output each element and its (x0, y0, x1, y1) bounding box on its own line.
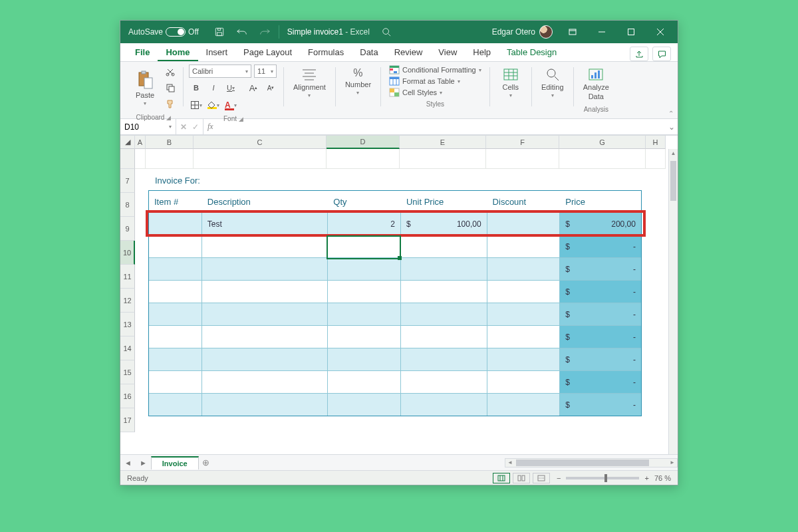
row-header-13[interactable]: 13 (120, 313, 135, 336)
spreadsheet-grid[interactable]: ◢ A B C D E F G H 7 8 9 10 11 12 13 14 1… (120, 135, 678, 454)
autosave-toggle[interactable]: AutoSave Off (128, 27, 199, 37)
row-header-10[interactable]: 10 (120, 241, 135, 265)
tab-formulas[interactable]: Formulas (300, 43, 352, 61)
table-row[interactable]: $- (149, 325, 641, 348)
borders-button[interactable]: ▾ (189, 98, 203, 112)
table-row[interactable]: $- (149, 303, 641, 325)
table-row[interactable]: $- (149, 235, 641, 257)
undo-button[interactable] (231, 21, 253, 43)
col-header-h[interactable]: H (646, 136, 666, 149)
expand-formula-bar-button[interactable]: ⌄ (666, 122, 678, 132)
font-launcher-icon[interactable]: ◢ (239, 116, 243, 122)
row-header-12[interactable]: 12 (120, 289, 135, 313)
tab-insert[interactable]: Insert (198, 43, 236, 61)
tab-file[interactable]: File (127, 43, 158, 61)
cell-description[interactable]: Test (202, 212, 328, 235)
format-painter-button[interactable] (163, 96, 178, 111)
italic-button[interactable]: I (206, 80, 221, 95)
new-sheet-button[interactable]: ⊕ (199, 458, 213, 467)
clipboard-launcher-icon[interactable]: ◢ (166, 114, 171, 121)
table-row[interactable]: $- (149, 393, 641, 416)
paste-button[interactable]: Paste ▾ (130, 67, 160, 109)
font-size-selector[interactable]: 11▾ (254, 65, 277, 78)
col-header-f[interactable]: F (486, 136, 559, 149)
enter-formula-icon[interactable]: ✓ (192, 122, 199, 132)
tab-page-layout[interactable]: Page Layout (235, 43, 300, 61)
row-header-14[interactable]: 14 (120, 336, 135, 360)
row-header-17[interactable]: 17 (120, 408, 135, 432)
col-header-g[interactable]: G (559, 136, 646, 149)
copy-button[interactable] (163, 80, 178, 95)
cell-unit-price[interactable]: $100,00 (401, 212, 487, 235)
tab-home[interactable]: Home (158, 43, 198, 61)
row-header[interactable] (120, 149, 135, 169)
cell-styles-button[interactable]: Cell Styles▾ (386, 87, 445, 98)
font-name-selector[interactable]: Calibri▾ (189, 65, 251, 78)
close-button[interactable] (646, 21, 675, 43)
row-header-9[interactable]: 9 (120, 217, 135, 241)
cell-qty[interactable]: 2 (328, 212, 401, 235)
search-button[interactable] (375, 21, 398, 43)
col-header-c[interactable]: C (194, 136, 327, 149)
zoom-out-button[interactable]: − (557, 474, 561, 482)
comments-button[interactable] (652, 47, 671, 61)
col-header-e[interactable]: E (400, 136, 486, 149)
row-header-16[interactable]: 16 (120, 384, 135, 408)
cell-discount[interactable] (487, 212, 561, 235)
fx-icon[interactable]: fx (203, 122, 217, 132)
table-row[interactable]: $- (149, 257, 641, 280)
table-row[interactable]: $- (149, 370, 641, 393)
decrease-font-button[interactable]: A▾ (263, 80, 278, 95)
tab-data[interactable]: Data (352, 43, 386, 61)
ribbon-display-options-button[interactable] (558, 21, 587, 43)
account-button[interactable]: Edgar Otero (492, 25, 553, 39)
tab-review[interactable]: Review (386, 43, 431, 61)
cut-button[interactable] (163, 65, 178, 79)
format-as-table-button[interactable]: Format as Table▾ (386, 76, 463, 86)
col-header-d[interactable]: D (327, 136, 400, 149)
tab-table-design[interactable]: Table Design (499, 43, 565, 61)
table-row[interactable]: $- (149, 348, 641, 370)
share-button[interactable] (630, 47, 648, 61)
row-header-11[interactable]: 11 (120, 265, 135, 289)
view-normal-button[interactable] (493, 473, 510, 483)
font-color-button[interactable]: A▾ (223, 98, 238, 112)
cells-button[interactable]: Cells▾ (495, 65, 526, 101)
analyze-data-button[interactable]: Analyze Data (579, 65, 613, 103)
underline-button[interactable]: U▾ (223, 80, 238, 95)
save-button[interactable] (208, 21, 231, 43)
sheet-tab-invoice[interactable]: Invoice (151, 456, 199, 469)
redo-button[interactable] (253, 21, 276, 43)
vertical-scrollbar[interactable]: ▲ (668, 149, 678, 454)
row-header-8[interactable]: 8 (120, 193, 135, 217)
maximize-button[interactable] (616, 21, 646, 43)
row-header-15[interactable]: 15 (120, 360, 135, 384)
view-page-layout-button[interactable] (513, 473, 530, 483)
zoom-level[interactable]: 76 % (654, 474, 671, 482)
alignment-button[interactable]: Alignment▾ (289, 65, 330, 101)
fill-color-button[interactable]: ▾ (206, 98, 221, 112)
sheet-nav-next-icon[interactable]: ► (136, 459, 151, 467)
collapse-ribbon-button[interactable]: ⌃ (668, 110, 674, 117)
horizontal-scrollbar[interactable]: ◄ ► (505, 458, 678, 467)
editing-button[interactable]: Editing▾ (537, 65, 568, 101)
cancel-formula-icon[interactable]: ✕ (180, 122, 187, 132)
col-header-a[interactable]: A (135, 136, 146, 149)
tab-help[interactable]: Help (465, 43, 499, 61)
table-row[interactable]: Test 2 $100,00 $200,00 (149, 212, 641, 235)
number-button[interactable]: % Number▾ (341, 65, 375, 98)
zoom-slider[interactable] (566, 477, 639, 479)
bold-button[interactable]: B (189, 80, 203, 95)
minimize-button[interactable] (587, 21, 616, 43)
cell-price[interactable]: $200,00 (560, 212, 641, 235)
zoom-in-button[interactable]: + (644, 474, 648, 482)
row-header-7[interactable]: 7 (120, 169, 135, 193)
increase-font-button[interactable]: A▴ (246, 80, 261, 95)
col-header-b[interactable]: B (146, 136, 194, 149)
conditional-formatting-button[interactable]: Conditional Formatting▾ (386, 65, 484, 75)
select-all-button[interactable]: ◢ (120, 136, 135, 149)
view-page-break-button[interactable] (533, 473, 550, 483)
tab-view[interactable]: View (430, 43, 465, 61)
sheet-nav-prev-icon[interactable]: ◄ (120, 459, 136, 467)
table-row[interactable]: $- (149, 280, 641, 303)
